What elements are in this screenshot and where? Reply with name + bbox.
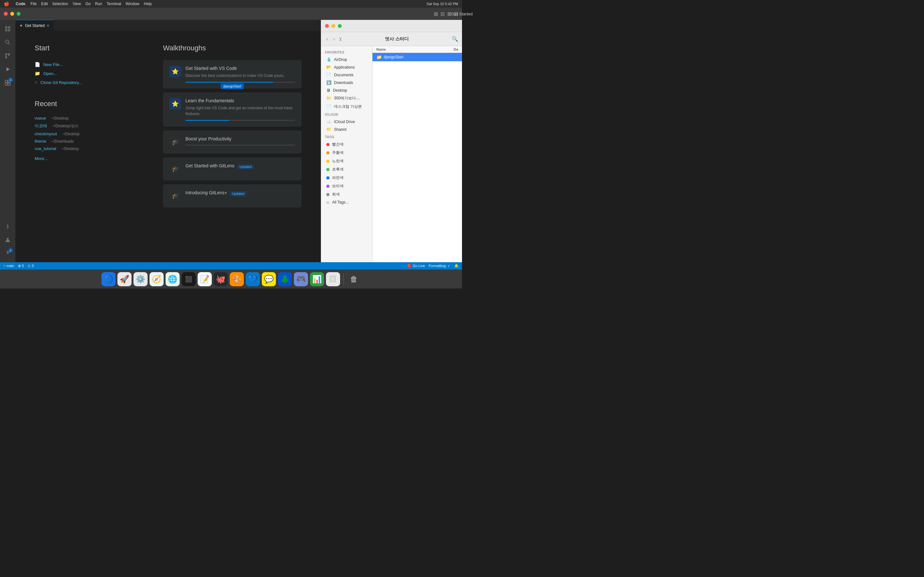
menu-go[interactable]: Go xyxy=(86,2,90,6)
finder-search-button[interactable]: 🔍 xyxy=(452,36,458,42)
open-item[interactable]: 📁 Open... xyxy=(35,69,144,78)
file-row-djangostart[interactable]: 📁 djangoStart xyxy=(373,53,462,61)
name-header[interactable]: Name xyxy=(376,47,454,51)
dock-preview[interactable]: 🖼 Preview xyxy=(326,272,340,286)
walkthrough-card-1[interactable]: ⭐ Learn the Fundamentals Jump right into… xyxy=(163,92,302,127)
tag-blue[interactable]: 파란색 xyxy=(322,174,371,182)
formatting-status[interactable]: Formatting: ✓ xyxy=(429,264,451,268)
walkthrough-card-2[interactable]: 🎓 Boost your Productivity xyxy=(163,131,302,153)
safari-dock-icon: 🧭 xyxy=(152,275,162,284)
finder-documents[interactable]: 📄 Documents xyxy=(322,71,371,79)
finder-maximize-button[interactable] xyxy=(338,24,342,28)
downloads-icon: ⬇️ xyxy=(326,80,331,85)
tag-gray[interactable]: 회색 xyxy=(322,190,371,198)
menu-terminal[interactable]: Terminal xyxy=(107,2,121,6)
dock-prefs[interactable]: ⚙️ System Preferences xyxy=(134,272,148,286)
recent-item-3[interactable]: theme ~/Downloads xyxy=(35,137,144,145)
error-count[interactable]: ⊗ 0 xyxy=(18,264,24,268)
recent-item-4[interactable]: vue_tutorial ~/Desktop xyxy=(35,145,144,152)
menu-view[interactable]: View xyxy=(73,2,81,6)
svg-rect-9 xyxy=(8,83,10,85)
menu-window[interactable]: Window xyxy=(126,2,140,6)
git-branch[interactable]: ⑂ main xyxy=(3,264,14,268)
dock-numbers[interactable]: 📊 Numbers xyxy=(310,272,324,286)
recent-item-2[interactable]: checkmyout ~/Desktop xyxy=(35,130,144,137)
finder-300mb[interactable]: 📁 300메가보다… xyxy=(322,94,371,102)
finder-dock-icon: 🔵 xyxy=(103,275,113,284)
wt-icon-3: 🎓 xyxy=(170,163,181,175)
go-live-button[interactable]: 🔴 Go Live xyxy=(407,264,425,268)
all-tags[interactable]: ◎ All Tags... xyxy=(322,199,371,206)
sidebar-item-remote[interactable]: ⟫ xyxy=(1,220,14,233)
layout-icon2[interactable]: ⊠ xyxy=(447,11,451,17)
menu-edit[interactable]: Edit xyxy=(41,2,48,6)
finder-close-button[interactable] xyxy=(325,24,329,28)
finder-applications[interactable]: 📂 Applications xyxy=(322,63,371,71)
sidebar-item-source-control[interactable] xyxy=(1,49,14,62)
dock-finder[interactable]: 🔵 Finder xyxy=(102,272,115,286)
finder-airdrop[interactable]: 💧 AirDrop xyxy=(322,56,371,63)
finder-expand-icon[interactable]: ⊻ xyxy=(339,37,342,42)
dock-launchpad[interactable]: 🚀 Launchpad xyxy=(118,272,132,286)
sidebar-item-extensions[interactable]: 1 xyxy=(1,76,14,89)
sidebar-item-explorer[interactable] xyxy=(1,23,14,35)
warning-count[interactable]: ⚠ 0 xyxy=(27,264,34,268)
recent-item-0[interactable]: vueue ~/Desktop xyxy=(35,114,144,122)
tag-yellow[interactable]: 노란색 xyxy=(322,157,371,165)
dock-github[interactable]: 🐙 GitHub Desktop xyxy=(214,272,228,286)
menu-file[interactable]: File xyxy=(31,2,37,6)
menu-help[interactable]: Help xyxy=(144,2,152,6)
finder-shared[interactable]: 📁 Shared xyxy=(322,126,371,133)
wt-icon-2: 🎓 xyxy=(170,136,181,148)
walkthrough-card-3[interactable]: 🎓 Get Started with GitLens Updated xyxy=(163,157,302,181)
gs-right-panel: Walkthroughs ⭐ Get Started with VS Code … xyxy=(163,44,302,250)
walkthrough-card-4[interactable]: 🎓 Introducing GitLens+ Updated xyxy=(163,184,302,207)
applications-icon: 📂 xyxy=(326,65,331,69)
finder-desktop-virtual[interactable]: 📄 데스크탑 가상본 xyxy=(322,103,371,111)
sidebar-item-accounts[interactable] xyxy=(1,234,14,246)
notifications[interactable]: 🔔 xyxy=(454,264,459,268)
menu-run[interactable]: Run xyxy=(95,2,102,6)
recent-item-1[interactable]: 이코테 ~/Desktop/정리 xyxy=(35,122,144,130)
layout-icon[interactable]: ⊟ xyxy=(441,11,445,17)
finder-desktop[interactable]: 🖥 Desktop xyxy=(322,87,371,94)
dock-sketch[interactable]: 🎨 Sketch xyxy=(230,272,244,286)
date-header: Da xyxy=(454,47,458,51)
get-started-tab[interactable]: ✦ Get Started × xyxy=(15,20,53,31)
dock-discord[interactable]: 🎮 Discord xyxy=(294,272,308,286)
tab-bar: ✦ Get Started × xyxy=(15,20,321,31)
dock-kakao[interactable]: 💬 KakaoTalk xyxy=(262,272,276,286)
finder-back-button[interactable]: ‹ xyxy=(325,35,329,43)
tag-orange[interactable]: 주황색 xyxy=(322,149,371,157)
finder-minimize-button[interactable] xyxy=(331,24,335,28)
tag-red[interactable]: 빨간색 xyxy=(322,140,371,148)
tag-green[interactable]: 초록색 xyxy=(322,165,371,173)
finder-icloud-drive[interactable]: ☁️ iCloud Drive xyxy=(322,118,371,125)
dock-vscode[interactable]: 💙 VS Code xyxy=(246,272,260,286)
dock-trash[interactable]: 🗑 Trash xyxy=(347,272,361,286)
dock-terminal[interactable]: ⬛ Terminal xyxy=(182,272,196,286)
more-link[interactable]: More... xyxy=(35,156,144,161)
split-editor-icon[interactable]: ⊞ xyxy=(434,11,438,17)
new-file-icon: 📄 xyxy=(35,62,40,67)
dock-chrome[interactable]: 🌐 Chrome xyxy=(166,272,180,286)
dock-notion[interactable]: 📝 Notion xyxy=(198,272,212,286)
close-button[interactable] xyxy=(4,12,8,16)
tab-close-button[interactable]: × xyxy=(47,23,49,28)
finder-forward-button[interactable]: › xyxy=(332,35,336,43)
wt-progress-fill-1 xyxy=(186,120,229,121)
minimize-button[interactable] xyxy=(10,12,14,16)
numbers-dock-icon: 📊 xyxy=(312,275,322,284)
sidebar-item-search[interactable] xyxy=(1,36,14,49)
apple-icon[interactable]: 🍎 xyxy=(4,1,9,6)
clone-item[interactable]: ⑂ Clone Git Repository... xyxy=(35,78,144,87)
tag-purple[interactable]: 보라색 xyxy=(322,182,371,190)
sidebar-item-run[interactable] xyxy=(1,63,14,76)
new-file-item[interactable]: 📄 New File... xyxy=(35,60,144,69)
maximize-button[interactable] xyxy=(17,12,21,16)
dock-safari[interactable]: 🧭 Safari xyxy=(150,272,164,286)
dock-sourcetree[interactable]: 🌲 Sourcetree xyxy=(278,272,292,286)
sidebar-item-settings[interactable]: 1 xyxy=(1,247,14,259)
finder-downloads[interactable]: ⬇️ Downloads xyxy=(322,79,371,86)
menu-selection[interactable]: Selection xyxy=(52,2,68,6)
